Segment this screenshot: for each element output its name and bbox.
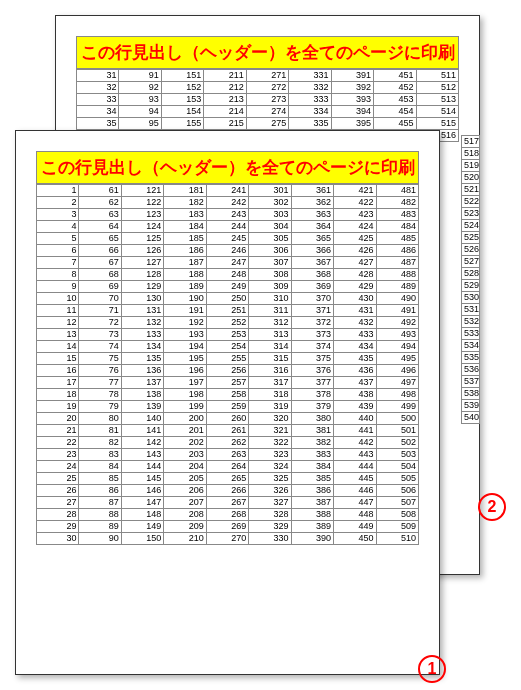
table-cell: 312: [249, 317, 291, 329]
table-cell: 129: [121, 281, 163, 293]
page-number-2: 2: [478, 488, 506, 521]
data-table-page1: 1611211812413013614214812621221822423023…: [36, 184, 419, 545]
table-cell: 133: [121, 329, 163, 341]
table-row: 1474134194254314374434494: [37, 341, 419, 353]
table-cell: 246: [206, 245, 248, 257]
table-cell: 251: [206, 305, 248, 317]
table-cell: 29: [37, 521, 79, 533]
table-cell: 527: [462, 256, 480, 268]
table-cell: 181: [164, 185, 206, 197]
table-cell: 501: [376, 425, 419, 437]
table-row: 533: [462, 328, 480, 340]
table-cell: 15: [37, 353, 79, 365]
table-cell: 334: [289, 106, 331, 118]
table-cell: 445: [334, 473, 376, 485]
table-cell: 361: [291, 185, 333, 197]
table-cell: 395: [331, 118, 373, 130]
table-cell: 184: [164, 221, 206, 233]
table-cell: 301: [249, 185, 291, 197]
table-row: 528: [462, 268, 480, 280]
circled-number-2: 2: [478, 493, 506, 521]
table-cell: 520: [462, 172, 480, 184]
table-cell: 12: [37, 317, 79, 329]
table-row: 531: [462, 304, 480, 316]
table-cell: 197: [164, 377, 206, 389]
table-cell: 499: [376, 401, 419, 413]
table-cell: 383: [291, 449, 333, 461]
table-cell: 489: [376, 281, 419, 293]
table-cell: 452: [374, 82, 416, 94]
table-cell: 449: [334, 521, 376, 533]
table-cell: 324: [249, 461, 291, 473]
table-cell: 201: [164, 425, 206, 437]
table-cell: 142: [121, 437, 163, 449]
table-cell: 73: [79, 329, 121, 341]
table-cell: 429: [334, 281, 376, 293]
table-cell: 130: [121, 293, 163, 305]
table-row: 521: [462, 184, 480, 196]
table-cell: 8: [37, 269, 79, 281]
table-cell: 371: [291, 305, 333, 317]
table-cell: 275: [246, 118, 288, 130]
table-cell: 245: [206, 233, 248, 245]
table-cell: 447: [334, 497, 376, 509]
table-cell: 125: [121, 233, 163, 245]
table-cell: 242: [206, 197, 248, 209]
table-cell: 155: [161, 118, 203, 130]
table-cell: 444: [334, 461, 376, 473]
table-cell: 453: [374, 94, 416, 106]
table-cell: 519: [462, 160, 480, 172]
table-cell: 202: [164, 437, 206, 449]
table-cell: 494: [376, 341, 419, 353]
table-cell: 188: [164, 269, 206, 281]
table-cell: 192: [164, 317, 206, 329]
table-cell: 127: [121, 257, 163, 269]
table-row: 3494154214274334394454514: [77, 106, 459, 118]
table-cell: 85: [79, 473, 121, 485]
table-cell: 483: [376, 209, 419, 221]
table-cell: 9: [37, 281, 79, 293]
table-cell: 35: [77, 118, 119, 130]
table-cell: 17: [37, 377, 79, 389]
table-row: 2080140200260320380440500: [37, 413, 419, 425]
table-cell: 365: [291, 233, 333, 245]
table-cell: 2: [37, 197, 79, 209]
table-cell: 243: [206, 209, 248, 221]
table-cell: 317: [249, 377, 291, 389]
table-cell: 250: [206, 293, 248, 305]
table-row: 969129189249309369429489: [37, 281, 419, 293]
table-cell: 24: [37, 461, 79, 473]
table-cell: 448: [334, 509, 376, 521]
table-cell: 530: [462, 292, 480, 304]
table-cell: 367: [291, 257, 333, 269]
table-row: 538: [462, 388, 480, 400]
table-cell: 492: [376, 317, 419, 329]
table-cell: 75: [79, 353, 121, 365]
table-row: 767127187247307367427487: [37, 257, 419, 269]
table-cell: 69: [79, 281, 121, 293]
table-cell: 309: [249, 281, 291, 293]
table-cell: 513: [416, 94, 459, 106]
table-cell: 92: [119, 82, 161, 94]
table-cell: 323: [249, 449, 291, 461]
table-row: 262122182242302362422482: [37, 197, 419, 209]
table-cell: 315: [249, 353, 291, 365]
table-row: 518: [462, 148, 480, 160]
table-cell: 122: [121, 197, 163, 209]
table-cell: 442: [334, 437, 376, 449]
table-cell: 196: [164, 365, 206, 377]
page2-right-strip: 5175185195205215225235245255265275285295…: [461, 135, 480, 424]
table-cell: 504: [376, 461, 419, 473]
table-cell: 424: [334, 221, 376, 233]
table-cell: 532: [462, 316, 480, 328]
table-cell: 335: [289, 118, 331, 130]
table-cell: 267: [206, 497, 248, 509]
table-row: 1979139199259319379439499: [37, 401, 419, 413]
table-cell: 205: [164, 473, 206, 485]
table-cell: 438: [334, 389, 376, 401]
table-cell: 209: [164, 521, 206, 533]
table-cell: 266: [206, 485, 248, 497]
table-cell: 241: [206, 185, 248, 197]
table-cell: 143: [121, 449, 163, 461]
table-cell: 149: [121, 521, 163, 533]
